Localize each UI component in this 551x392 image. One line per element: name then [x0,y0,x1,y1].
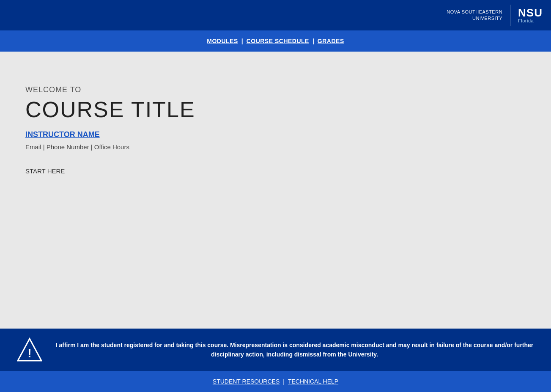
logo-divider [510,5,510,26]
university-name: NOVA SOUTHEASTERN UNIVERSITY [447,9,502,22]
instructor-info: Email | Phone Number | Office Hours [25,143,526,151]
warning-banner: ! I affirm I am the student registered f… [0,329,551,371]
footer: STUDENT RESOURCES | TECHNICAL HELP [0,371,551,392]
footer-link-student-resources[interactable]: STUDENT RESOURCES [213,378,280,385]
navigation-bar: MODULES | COURSE SCHEDULE | GRADES [0,30,551,52]
nsu-acronym: NSU [518,7,543,18]
nav-link-course-schedule[interactable]: COURSE SCHEDULE [247,38,309,44]
nav-links: MODULES | COURSE SCHEDULE | GRADES [207,38,344,44]
nav-link-modules[interactable]: MODULES [207,38,238,44]
nav-separator-2: | [313,38,314,44]
nsu-brand: NSU Florida [518,7,543,23]
warning-icon: ! [17,337,42,362]
footer-link-technical-help[interactable]: TECHNICAL HELP [288,378,338,385]
instructor-name-link[interactable]: INSTRUCTOR NAME [25,130,100,139]
svg-text:!: ! [27,347,31,360]
footer-separator: | [283,378,285,385]
nav-separator-1: | [241,38,243,44]
warning-text: I affirm I am the student registered for… [55,340,534,359]
top-header: NOVA SOUTHEASTERN UNIVERSITY NSU Florida [0,0,551,30]
main-content: WELCOME TO COURSE TITLE INSTRUCTOR NAME … [0,52,551,329]
welcome-label: WELCOME TO [25,85,526,94]
start-here-link[interactable]: START HERE [25,167,65,175]
footer-links: STUDENT RESOURCES | TECHNICAL HELP [213,378,338,385]
nsu-state: Florida [518,18,534,23]
nav-link-grades[interactable]: GRADES [318,38,344,44]
nsu-logo: NOVA SOUTHEASTERN UNIVERSITY NSU Florida [447,5,543,26]
course-title: COURSE TITLE [25,98,526,122]
